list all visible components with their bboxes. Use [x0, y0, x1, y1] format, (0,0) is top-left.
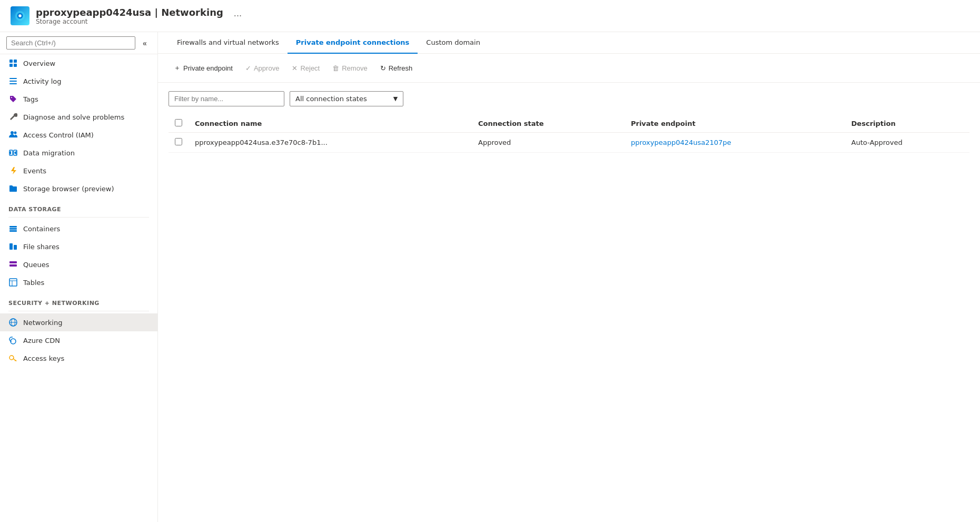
connections-table: Connection name Connection state Private…	[169, 115, 969, 153]
networking-icon	[8, 318, 18, 327]
svg-rect-19	[9, 261, 17, 263]
sidebar-item-file-shares[interactable]: File shares	[0, 238, 157, 255]
section-divider-2	[8, 311, 149, 311]
sidebar-item-containers[interactable]: Containers	[0, 220, 157, 238]
sidebar-item-access-keys[interactable]: Access keys	[0, 349, 157, 367]
col-description: Description	[845, 115, 969, 133]
cell-private-endpoint: pproxypeapp0424usa2107pe	[625, 133, 845, 153]
refresh-icon: ↻	[380, 64, 386, 72]
tabs-bar: Firewalls and virtual networks Private e…	[158, 32, 980, 54]
search-input[interactable]	[6, 36, 135, 50]
sidebar-item-label: Containers	[23, 225, 60, 233]
sidebar-item-storage-browser[interactable]: Storage browser (preview)	[0, 180, 157, 198]
sidebar-item-data-migration[interactable]: Data migration	[0, 144, 157, 162]
svg-point-2	[18, 14, 22, 17]
sidebar-item-label: Storage browser (preview)	[23, 185, 114, 193]
table-area: All connection states ▼ Connection name	[158, 83, 980, 522]
select-all-column	[169, 115, 189, 133]
lightning-icon	[8, 166, 18, 175]
sidebar-item-tables[interactable]: Tables	[0, 273, 157, 291]
page-subtitle: Storage account	[36, 18, 223, 25]
svg-rect-6	[14, 64, 17, 67]
remove-button[interactable]: 🗑 Remove	[327, 61, 372, 75]
key-icon	[8, 353, 18, 363]
sidebar-item-networking[interactable]: Networking	[0, 313, 157, 331]
row-checkbox[interactable]	[175, 138, 182, 145]
collapse-sidebar-button[interactable]: «	[138, 37, 151, 50]
file-shares-icon	[8, 242, 18, 251]
sidebar-item-azure-cdn[interactable]: Azure CDN	[0, 331, 157, 349]
sidebar-item-label: Activity log	[23, 77, 62, 85]
reject-icon: ✕	[292, 64, 298, 72]
toolbar: ＋ Private endpoint ✓ Approve ✕ Reject 🗑 …	[158, 54, 980, 83]
svg-rect-16	[9, 230, 17, 232]
sidebar-item-label: Networking	[23, 319, 62, 327]
sidebar-item-label: Access Control (IAM)	[23, 131, 94, 139]
tag-icon	[8, 94, 18, 104]
approve-button[interactable]: ✓ Approve	[240, 61, 284, 75]
sidebar-item-access-control[interactable]: Access Control (IAM)	[0, 126, 157, 144]
grid-icon	[8, 58, 18, 68]
svg-point-10	[11, 131, 14, 134]
tab-firewalls[interactable]: Firewalls and virtual networks	[169, 32, 288, 54]
queues-icon	[8, 260, 18, 269]
sidebar-nav: Overview Activity log	[0, 54, 157, 522]
page-title: pproxypeapp0424usa | Networking	[36, 7, 223, 18]
filter-row: All connection states ▼	[169, 91, 969, 106]
col-connection-state: Connection state	[472, 115, 625, 133]
refresh-button[interactable]: ↻ Refresh	[375, 61, 418, 75]
sidebar-item-overview[interactable]: Overview	[0, 54, 157, 72]
list-icon	[8, 76, 18, 86]
sidebar-item-label: Diagnose and solve problems	[23, 113, 124, 121]
sidebar-search-row: «	[0, 32, 157, 54]
sidebar-item-tags[interactable]: Tags	[0, 90, 157, 108]
col-private-endpoint: Private endpoint	[625, 115, 845, 133]
svg-rect-3	[9, 60, 13, 63]
private-endpoint-link[interactable]: pproxypeapp0424usa2107pe	[631, 139, 731, 146]
cell-connection-state: Approved	[472, 133, 625, 153]
main-layout: « Overview	[0, 32, 980, 522]
content-area: Firewalls and virtual networks Private e…	[158, 32, 980, 522]
sidebar-item-label: Azure CDN	[23, 337, 60, 344]
reject-label: Reject	[300, 64, 320, 72]
connection-state-dropdown[interactable]: All connection states ▼	[290, 91, 403, 106]
wrench-icon	[8, 112, 18, 122]
svg-rect-14	[9, 226, 17, 228]
trash-icon: 🗑	[332, 64, 339, 72]
sidebar-item-label: Queues	[23, 261, 49, 269]
svg-rect-9	[9, 83, 17, 84]
sidebar-item-activity-log[interactable]: Activity log	[0, 72, 157, 90]
table-row: pproxypeapp0424usa.e37e70c8-7b1... Appro…	[169, 133, 969, 153]
cell-connection-name: pproxypeapp0424usa.e37e70c8-7b1...	[189, 133, 472, 153]
add-private-endpoint-button[interactable]: ＋ Private endpoint	[169, 60, 238, 76]
svg-rect-4	[14, 60, 17, 63]
more-options-button[interactable]: ···	[234, 11, 242, 21]
svg-rect-8	[9, 81, 17, 82]
sidebar-item-queues[interactable]: Queues	[0, 255, 157, 273]
select-all-checkbox[interactable]	[175, 119, 182, 126]
reject-button[interactable]: ✕ Reject	[286, 61, 325, 75]
add-icon: ＋	[174, 63, 181, 73]
people-icon	[8, 130, 18, 140]
migrate-icon	[8, 148, 18, 157]
svg-rect-5	[9, 64, 13, 67]
resource-icon	[11, 6, 29, 25]
section-data-storage: Data storage	[0, 198, 157, 215]
approve-label: Approve	[254, 64, 279, 72]
refresh-label: Refresh	[389, 64, 413, 72]
tables-icon	[8, 278, 18, 287]
sidebar-item-label: Events	[23, 167, 46, 175]
cdn-icon	[8, 336, 18, 345]
filter-name-input[interactable]	[169, 91, 284, 106]
tab-custom-domain[interactable]: Custom domain	[418, 32, 489, 54]
dropdown-value: All connection states	[295, 95, 367, 103]
containers-icon	[8, 224, 18, 233]
page-title-block: pproxypeapp0424usa | Networking Storage …	[36, 7, 223, 25]
page-header: pproxypeapp0424usa | Networking Storage …	[0, 0, 980, 32]
approve-icon: ✓	[245, 64, 251, 72]
sidebar-item-events[interactable]: Events	[0, 162, 157, 180]
sidebar-item-diagnose[interactable]: Diagnose and solve problems	[0, 108, 157, 126]
tab-private-endpoint[interactable]: Private endpoint connections	[288, 32, 418, 54]
sidebar-item-label: Data migration	[23, 149, 75, 157]
cell-description: Auto-Approved	[845, 133, 969, 153]
